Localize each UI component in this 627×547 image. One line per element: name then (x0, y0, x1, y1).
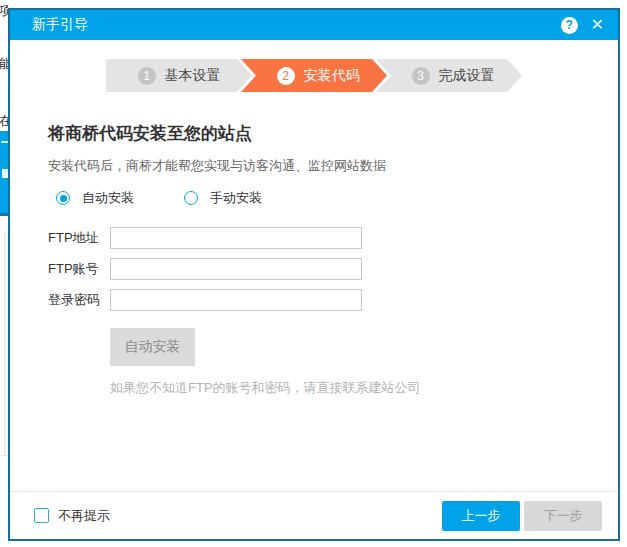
dialog-titlebar: 新手引导 ? ✕ (10, 10, 618, 40)
form-row: FTP地址 (48, 227, 618, 249)
radio-manual-install[interactable]: 手动安装 (184, 189, 262, 207)
ftp-form: FTP地址 FTP账号 登录密码 (48, 227, 618, 311)
background-divider (4, 230, 5, 455)
dont-remind-option: 不再提示 (34, 507, 442, 525)
field-label: 登录密码 (48, 291, 110, 309)
background-tab-underline (0, 213, 8, 216)
form-row: 登录密码 (48, 289, 618, 311)
next-step-button[interactable]: 下一步 (524, 501, 602, 531)
help-icon[interactable]: ? (561, 17, 578, 34)
form-row: FTP账号 (48, 258, 618, 280)
radio-label: 自动安装 (82, 189, 134, 207)
onboarding-dialog: 新手引导 ? ✕ 1 基本设置 2 安装代码 3 完成设置 将商桥代码安装至您的… (8, 8, 620, 541)
radio-icon (56, 191, 70, 205)
background-text-fragment: 功能 (0, 55, 8, 73)
ftp-address-input[interactable] (110, 227, 362, 249)
radio-icon (184, 191, 198, 205)
section-heading: 将商桥代码安装至您的站点 (48, 122, 618, 145)
ftp-account-input[interactable] (110, 258, 362, 280)
step-label: 安装代码 (304, 67, 360, 85)
install-mode-radio-group: 自动安装 手动安装 (48, 189, 618, 207)
ftp-hint-text: 如果您不知道FTP的账号和密码，请直接联系建站公司 (110, 379, 618, 397)
background-divider (0, 455, 8, 456)
step-label: 完成设置 (439, 67, 495, 85)
radio-auto-install[interactable]: 自动安装 (56, 189, 134, 207)
background-text-fragment: 装在 (0, 112, 8, 130)
field-label: FTP账号 (48, 260, 110, 278)
wizard-steps: 1 基本设置 2 安装代码 3 完成设置 (10, 59, 618, 92)
field-label: FTP地址 (48, 229, 110, 247)
close-icon[interactable]: ✕ (591, 17, 604, 33)
step-install-code: 2 安装代码 (241, 59, 387, 92)
step-number-badge: 1 (138, 67, 156, 85)
screen: 的项 功能 装在 新手引导 ? ✕ 1 基本设置 2 安装代码 3 (0, 0, 627, 547)
prev-step-button[interactable]: 上一步 (442, 501, 520, 531)
radio-label: 手动安装 (210, 189, 262, 207)
step-number-badge: 2 (277, 67, 295, 85)
login-password-input[interactable] (110, 289, 362, 311)
section-description: 安装代码后，商桥才能帮您实现与访客沟通、监控网站数据 (48, 157, 618, 175)
auto-install-button[interactable]: 自动安装 (110, 328, 195, 366)
dont-remind-label: 不再提示 (58, 507, 110, 525)
step-finish-settings: 3 完成设置 (376, 59, 522, 92)
background-text-fragment: 的项 (0, 2, 8, 20)
dialog-title: 新手引导 (32, 16, 561, 34)
dont-remind-checkbox[interactable] (34, 508, 49, 523)
step-basic-settings: 1 基本设置 (106, 59, 252, 92)
dialog-footer: 不再提示 上一步 下一步 (10, 491, 618, 539)
step-number-badge: 3 (412, 67, 430, 85)
background-toolbar-fragment (0, 131, 8, 213)
step-label: 基本设置 (165, 67, 221, 85)
dialog-content: 将商桥代码安装至您的站点 安装代码后，商桥才能帮您实现与访客沟通、监控网站数据 … (10, 122, 618, 397)
background-button-fragment (1, 141, 8, 143)
background-app-sliver: 的项 功能 装在 (0, 0, 8, 547)
